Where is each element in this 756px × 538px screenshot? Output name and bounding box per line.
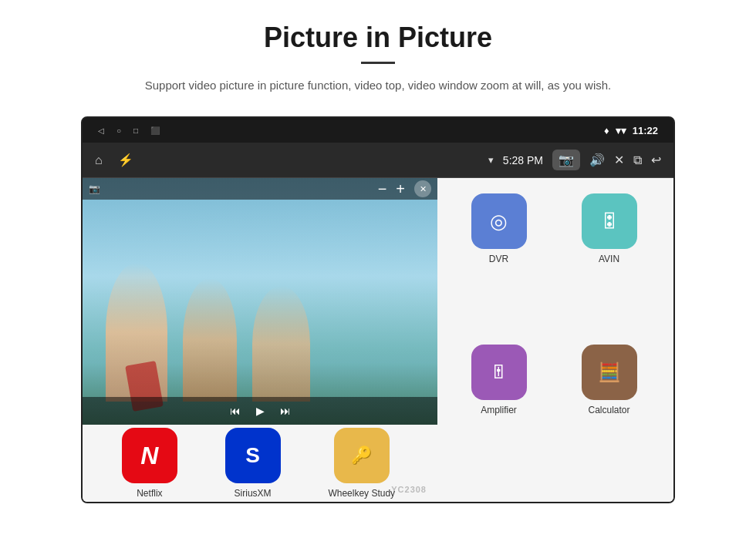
main-content: 📷 − + ✕ ⏮ ▶ ⏭ N xyxy=(83,178,673,502)
netflix-label: Netflix xyxy=(137,488,162,499)
toolbar-right: ▾ 5:28 PM 📷 🔊 ✕ ⧉ ↩ xyxy=(488,150,661,170)
app-calculator[interactable]: 🧮 Calculator xyxy=(559,345,660,486)
home-icon[interactable]: ⌂ xyxy=(95,153,103,167)
sound-icon[interactable]: 🔊 xyxy=(589,153,605,167)
pip-prev-btn[interactable]: ⏮ xyxy=(230,405,241,417)
home-nav-icon[interactable]: ○ xyxy=(116,126,121,135)
bottom-app-row: N Netflix S SiriusXM 🔑 Wheelkey Study xyxy=(83,425,434,502)
app-netflix[interactable]: N Netflix xyxy=(122,428,177,499)
usb-icon: ⚡ xyxy=(118,153,133,167)
status-bar-right: ♦ ▾▾ 11:22 xyxy=(604,125,658,136)
toolbar-time: 5:28 PM xyxy=(503,154,543,166)
toolbar-left: ⌂ ⚡ xyxy=(95,153,133,167)
status-bar: ◁ ○ □ ⬛ ♦ ▾▾ 11:22 xyxy=(83,118,673,143)
window-icon[interactable]: ⧉ xyxy=(633,153,642,167)
app-grid: ◎ DVR 🎛 AVIN 🎚 Amplifier 🧮 xyxy=(434,178,673,502)
camera-button[interactable]: 📷 xyxy=(552,150,580,170)
app-amplifier[interactable]: 🎚 Amplifier xyxy=(448,345,549,486)
pip-minus-btn[interactable]: − xyxy=(378,180,387,198)
amplifier-label: Amplifier xyxy=(481,405,517,415)
dvr-label: DVR xyxy=(489,254,508,264)
app-wheelkey[interactable]: 🔑 Wheelkey Study xyxy=(328,428,395,499)
recent-nav-icon[interactable]: □ xyxy=(133,126,138,135)
amplifier-icon: 🎚 xyxy=(490,361,508,383)
pip-next-btn[interactable]: ⏭ xyxy=(280,405,291,417)
signal-icon: ▾▾ xyxy=(616,125,626,136)
siriusxm-icon: S xyxy=(245,443,260,468)
pip-top-bar: 📷 − + ✕ xyxy=(83,178,437,200)
back-nav-icon[interactable]: ◁ xyxy=(98,126,104,135)
pip-video: 📷 − + ✕ ⏮ ▶ ⏭ xyxy=(83,178,437,425)
watermark: YC2308 xyxy=(391,485,427,494)
location-icon: ♦ xyxy=(604,125,609,136)
pip-plus-btn[interactable]: + xyxy=(396,180,405,198)
pip-play-btn[interactable]: ▶ xyxy=(256,405,265,417)
dvr-icon: ◎ xyxy=(490,210,508,234)
device-frame: ◁ ○ □ ⬛ ♦ ▾▾ 11:22 ⌂ ⚡ ▾ 5:28 PM 📷 🔊 ✕ ⧉… xyxy=(81,116,675,503)
pip-video-overlay xyxy=(83,178,437,425)
toolbar: ⌂ ⚡ ▾ 5:28 PM 📷 🔊 ✕ ⧉ ↩ xyxy=(83,143,673,178)
siriusxm-label: SiriusXM xyxy=(235,488,272,499)
status-time: 11:22 xyxy=(633,125,658,136)
netflix-icon: N xyxy=(140,442,158,470)
pip-camera-icon: 📷 xyxy=(89,183,100,194)
app-dvr[interactable]: ◎ DVR xyxy=(448,193,549,335)
pip-bottom-controls: ⏮ ▶ ⏭ xyxy=(83,397,437,425)
page-header: Picture in Picture Support video picture… xyxy=(0,0,756,109)
back-button[interactable]: ↩ xyxy=(651,153,661,167)
page-subtitle: Support video picture in picture functio… xyxy=(116,76,640,95)
app-siriusxm[interactable]: S SiriusXM xyxy=(225,428,281,499)
page-title: Picture in Picture xyxy=(46,22,710,54)
wheelkey-icon: 🔑 xyxy=(351,446,372,466)
close-button[interactable]: ✕ xyxy=(614,153,624,167)
wheelkey-label: Wheelkey Study xyxy=(328,488,395,499)
pip-close-btn[interactable]: ✕ xyxy=(414,180,431,197)
calculator-label: Calculator xyxy=(588,405,629,415)
avin-icon: 🎛 xyxy=(600,210,619,232)
calculator-icon: 🧮 xyxy=(598,361,621,383)
avin-label: AVIN xyxy=(599,254,619,264)
screenshot-nav-icon[interactable]: ⬛ xyxy=(150,126,160,135)
status-bar-nav: ◁ ○ □ ⬛ xyxy=(98,126,160,135)
app-avin[interactable]: 🎛 AVIN xyxy=(559,193,660,335)
wifi-status-icon: ▾ xyxy=(488,154,494,166)
pip-container[interactable]: 📷 − + ✕ ⏮ ▶ ⏭ xyxy=(83,178,437,425)
title-divider xyxy=(361,62,395,64)
